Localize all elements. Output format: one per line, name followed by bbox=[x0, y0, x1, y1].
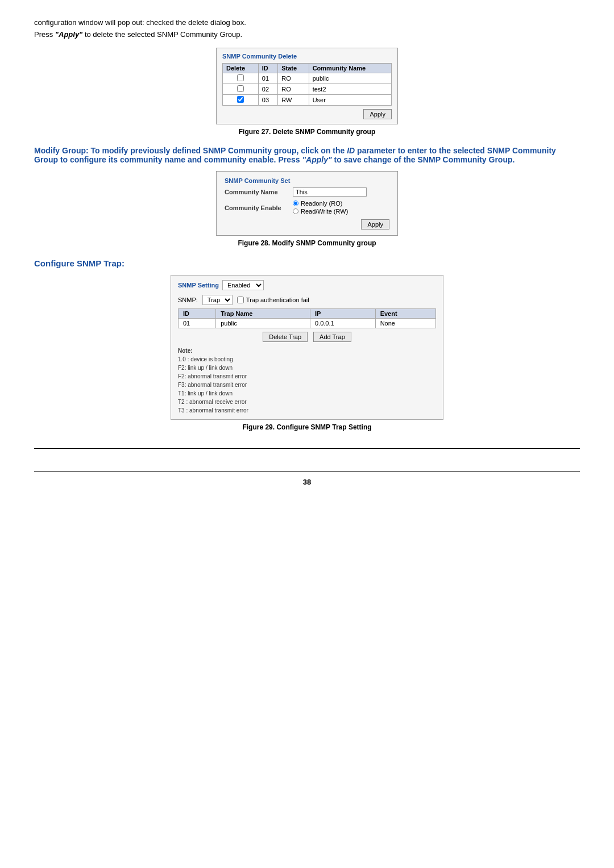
modify-apply-row: Apply bbox=[225, 219, 389, 229]
col-state: State bbox=[278, 63, 309, 73]
delete-apply-button[interactable]: Apply bbox=[363, 109, 392, 119]
figure27-container: SNMP Community Delete Delete ID State Co… bbox=[34, 48, 580, 136]
modify-heading: Modify Group: To modify previously defin… bbox=[34, 146, 580, 164]
page-divider bbox=[34, 448, 580, 449]
delete-panel: SNMP Community Delete Delete ID State Co… bbox=[216, 48, 398, 124]
row1-state: RO bbox=[278, 73, 309, 84]
apply-italic-intro: "Apply" bbox=[55, 30, 82, 39]
note4: F3: abnormal transmit error bbox=[178, 382, 247, 388]
trap-row1-ip: 0.0.0.1 bbox=[310, 318, 376, 328]
note1: 1.0 : device is booting bbox=[178, 356, 233, 362]
snmp-label: SNMP: bbox=[178, 297, 198, 303]
snmp-row-bar: SNMP: Trap Trap authentication fail bbox=[178, 295, 436, 305]
col-id: ID bbox=[258, 63, 277, 73]
snmp-state-select[interactable]: Enabled Disabled bbox=[222, 280, 264, 290]
trap-panel-header: SNMP Setting Enabled Disabled bbox=[178, 280, 436, 290]
row3-checkbox-cell[interactable] bbox=[223, 94, 259, 105]
figure29-caption: Figure 29. Configure SNMP Trap Setting bbox=[242, 423, 371, 431]
page-number: 38 bbox=[303, 478, 311, 486]
snmp-tab-select[interactable]: Trap bbox=[202, 295, 233, 305]
row2-state: RO bbox=[278, 84, 309, 94]
modify-panel: SNMP Community Set Community Name Commun… bbox=[216, 171, 398, 236]
community-enable-row: Community Enable Readonly (RO) Read/Writ… bbox=[225, 200, 389, 216]
community-enable-radio-group: Readonly (RO) Read/Write (RW) bbox=[293, 200, 348, 216]
figure28-container: SNMP Community Set Community Name Commun… bbox=[34, 171, 580, 247]
trap-row1-name: public bbox=[216, 318, 310, 328]
note2: F2: link up / link down bbox=[178, 365, 233, 371]
id-italic: ID bbox=[347, 146, 355, 155]
note3: F2: abnormal transmit error bbox=[178, 373, 247, 379]
configure-trap-heading: Configure SNMP Trap: bbox=[34, 258, 580, 268]
notes-title: Note: bbox=[178, 348, 193, 354]
figure27-caption: Figure 27. Delete SNMP Community group bbox=[239, 128, 375, 136]
trap-table-row: 01 public 0.0.0.1 None bbox=[179, 318, 436, 328]
trap-row1-id: 01 bbox=[179, 318, 216, 328]
trap-panel: SNMP Setting Enabled Disabled SNMP: Trap… bbox=[171, 275, 443, 420]
table-row: 02 RO test2 bbox=[223, 84, 392, 94]
trap-col-name: Trap Name bbox=[216, 308, 310, 318]
row3-id: 03 bbox=[258, 94, 277, 105]
note6: T2 : abnormal receive error bbox=[178, 399, 247, 405]
trap-btn-row: Delete Trap Add Trap bbox=[178, 332, 436, 342]
page-content: configuration window will pop out: check… bbox=[34, 17, 580, 486]
trap-col-ip: IP bbox=[310, 308, 376, 318]
row1-id: 01 bbox=[258, 73, 277, 84]
modify-text3: to save change of the SNMP Community Gro… bbox=[332, 155, 515, 164]
apply-italic-modify: "Apply" bbox=[302, 155, 331, 164]
delete-trap-button[interactable]: Delete Trap bbox=[263, 332, 308, 342]
intro-text3: to delete the selected SNMP Community Gr… bbox=[82, 30, 242, 39]
community-name-row: Community Name bbox=[225, 187, 389, 197]
readonly-option[interactable]: Readonly (RO) bbox=[293, 200, 348, 207]
row3-community: User bbox=[309, 94, 391, 105]
readwrite-option[interactable]: Read/Write (RW) bbox=[293, 208, 348, 215]
row1-community: public bbox=[309, 73, 391, 84]
community-name-input[interactable] bbox=[293, 187, 367, 197]
delete-panel-title: SNMP Community Delete bbox=[222, 53, 392, 60]
table-row: 03 RW User bbox=[223, 94, 392, 105]
delete-table: Delete ID State Community Name 01 RO pub… bbox=[222, 63, 392, 106]
intro-paragraph: configuration window will pop out: check… bbox=[34, 17, 580, 41]
modify-heading-text: To modify previously defined SNMP Commun… bbox=[89, 146, 347, 155]
trap-col-id: ID bbox=[179, 308, 216, 318]
community-enable-label: Community Enable bbox=[225, 205, 293, 211]
row1-checkbox[interactable] bbox=[237, 74, 244, 81]
note5: T1: link up / link down bbox=[178, 390, 233, 397]
col-delete: Delete bbox=[223, 63, 259, 73]
trap-auth-fail-container: Trap authentication fail bbox=[237, 297, 309, 303]
trap-table: ID Trap Name IP Event 01 public 0.0.0.1 … bbox=[178, 308, 436, 328]
row2-checkbox[interactable] bbox=[237, 85, 244, 92]
trap-auth-fail-label: Trap authentication fail bbox=[246, 297, 309, 303]
trap-auth-fail-checkbox[interactable] bbox=[237, 297, 244, 303]
table-row: 01 RO public bbox=[223, 73, 392, 84]
figure29-container: SNMP Setting Enabled Disabled SNMP: Trap… bbox=[34, 275, 580, 431]
notes-section: Note: 1.0 : device is booting F2: link u… bbox=[178, 347, 436, 415]
row3-checkbox[interactable] bbox=[237, 96, 244, 103]
row3-state: RW bbox=[278, 94, 309, 105]
intro-text1: configuration window will pop out: check… bbox=[34, 18, 246, 27]
row1-checkbox-cell[interactable] bbox=[223, 73, 259, 84]
col-community-name: Community Name bbox=[309, 63, 391, 73]
row2-checkbox-cell[interactable] bbox=[223, 84, 259, 94]
trap-row1-event: None bbox=[375, 318, 435, 328]
delete-apply-row: Apply bbox=[222, 109, 392, 119]
readonly-label: Readonly (RO) bbox=[301, 200, 342, 207]
row2-community: test2 bbox=[309, 84, 391, 94]
note7: T3 : abnormal transmit error bbox=[178, 407, 248, 414]
trap-col-event: Event bbox=[375, 308, 435, 318]
readwrite-label: Read/Write (RW) bbox=[301, 208, 348, 215]
intro-text2: Press bbox=[34, 30, 55, 39]
readonly-radio[interactable] bbox=[293, 201, 298, 206]
row2-id: 02 bbox=[258, 84, 277, 94]
page-footer: 38 bbox=[34, 471, 580, 486]
community-name-label: Community Name bbox=[225, 189, 293, 195]
modify-heading-bold: Modify Group: bbox=[34, 146, 89, 155]
add-trap-button[interactable]: Add Trap bbox=[313, 332, 351, 342]
modify-panel-title: SNMP Community Set bbox=[225, 177, 389, 184]
readwrite-radio[interactable] bbox=[293, 208, 298, 214]
figure28-caption: Figure 28. Modify SNMP Community group bbox=[238, 239, 376, 247]
snmp-setting-title: SNMP Setting bbox=[178, 282, 219, 289]
modify-apply-button[interactable]: Apply bbox=[361, 219, 389, 229]
